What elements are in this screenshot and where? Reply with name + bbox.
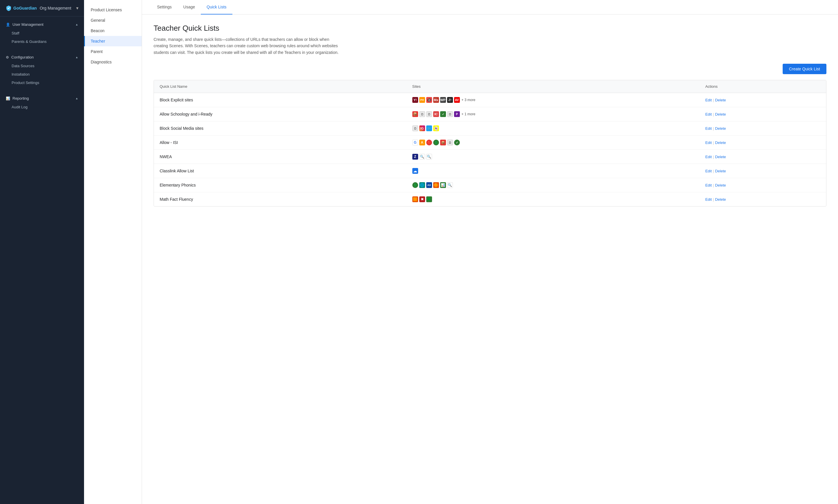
site-icon: 📦 [412,111,418,117]
action-separator: | [713,197,714,202]
section-configuration-collapse: ▲ [75,56,78,59]
site-icon: ✓ [440,111,446,117]
site-icon: AV [454,97,460,103]
sidebar-item-data-sources[interactable]: Data Sources [0,62,84,70]
site-icon: Z [412,154,418,160]
list-actions: Edit | Delete [699,107,826,121]
action-separator: | [713,169,714,173]
delete-link[interactable]: Delete [715,183,726,187]
sidebar-item-staff[interactable]: Staff [0,29,84,37]
site-icon: A [419,140,425,145]
delete-link[interactable]: Delete [715,126,726,131]
site-icon: 🌐 [419,182,425,188]
table-row: Block Explicit sites Y! PH 🔞 Mx WP Z! AV… [154,93,826,107]
section-user-management-header[interactable]: 👤 User Management ▲ [0,20,84,29]
create-quick-list-button[interactable]: Create Quick List [783,64,826,74]
action-separator: | [713,183,714,187]
sub-nav-item-diagnostics[interactable]: Diagnostics [84,57,142,67]
col-sites: Sites [407,80,699,93]
section-reporting: 📊 Reporting ▲ Audit Log [0,90,84,115]
sidebar-item-installation[interactable]: Installation [0,70,84,78]
list-actions: Edit | Delete [699,150,826,164]
section-reporting-title: Reporting [13,96,29,101]
site-icon: 🌲 [426,196,432,202]
delete-link[interactable]: Delete [715,112,726,116]
edit-link[interactable]: Edit [705,112,712,116]
list-sites: 📦 🗋 🗋 K! ✓ 🗋 P + 1 more [407,107,699,121]
table-row: Block Social Media sites 🗋 IG 🐦 👻 [154,121,826,136]
tab-settings[interactable]: Settings [151,0,178,15]
app-header[interactable]: GoGuardian Org Management ▾ [0,0,84,17]
delete-link[interactable]: Delete [715,197,726,202]
site-icon: P [454,111,460,117]
edit-link[interactable]: Edit [705,183,712,187]
table-row: Classlink Allow List ☁ Edit | Delete [154,164,826,178]
site-icon: ✖ [419,196,425,202]
list-sites: G A 🔴 💲 📦 🗋 ✓ [407,136,699,150]
site-icon: 🔍 [426,154,432,160]
list-actions: Edit | Delete [699,192,826,206]
list-sites: ☁ [407,164,699,178]
more-badge: + 3 more [462,98,476,102]
user-management-icon: 👤 [6,23,10,26]
action-separator: | [713,141,714,145]
sub-nav-item-product-licenses[interactable]: Product Licenses [84,5,142,15]
edit-link[interactable]: Edit [705,141,712,145]
table-header-row: Quick List Name Sites Actions [154,80,826,93]
site-icon: 🗋 [447,111,453,117]
delete-link[interactable]: Delete [715,98,726,102]
action-separator: | [713,155,714,159]
edit-link[interactable]: Edit [705,98,712,102]
site-icon: PH [419,97,425,103]
edit-link[interactable]: Edit [705,126,712,131]
sub-navigation: Product Licenses General Beacon Teacher … [84,0,142,504]
list-name: Block Explicit sites [154,93,407,107]
sidebar-item-parents-guardians[interactable]: Parents & Guardians [0,37,84,46]
table-row: Elementary Phonics 💲 🌐 A3 🟠 📊 🔍 [154,178,826,192]
section-reporting-header[interactable]: 📊 Reporting ▲ [0,94,84,103]
site-icon: Y! [412,97,418,103]
section-user-management-collapse: ▲ [75,23,78,26]
list-actions: Edit | Delete [699,164,826,178]
tabs-bar: Settings Usage Quick Lists [142,0,838,15]
site-icon: Mx [433,97,439,103]
site-icon: 🔍 [419,154,425,160]
delete-link[interactable]: Delete [715,169,726,173]
site-icon: WP [440,97,446,103]
delete-link[interactable]: Delete [715,141,726,145]
edit-link[interactable]: Edit [705,155,712,159]
sub-nav-item-parent[interactable]: Parent [84,46,142,57]
table-row: Allow Schoology and i-Ready 📦 🗋 🗋 K! ✓ 🗋… [154,107,826,121]
site-icon: 🐦 [426,125,432,131]
list-actions: Edit | Delete [699,121,826,136]
sidebar-item-product-settings[interactable]: Product Settings [0,78,84,87]
sidebar-item-audit-log[interactable]: Audit Log [0,103,84,111]
section-configuration-header[interactable]: ⚙ Configuration ▲ [0,53,84,62]
sub-nav-item-general[interactable]: General [84,15,142,25]
tab-quick-lists[interactable]: Quick Lists [201,0,232,15]
site-icon: 👻 [433,125,439,131]
delete-link[interactable]: Delete [715,155,726,159]
site-icon: 📦 [440,140,446,145]
edit-link[interactable]: Edit [705,169,712,173]
list-actions: Edit | Delete [699,136,826,150]
sub-nav-item-beacon[interactable]: Beacon [84,25,142,36]
tab-usage[interactable]: Usage [178,0,201,15]
list-name: Allow - ISI [154,136,407,150]
list-name: Block Social Media sites [154,121,407,136]
action-separator: | [713,112,714,116]
section-user-management: 👤 User Management ▲ Staff Parents & Guar… [0,17,84,49]
more-badge: + 1 more [462,112,476,116]
quick-lists-table: Quick List Name Sites Actions Block Expl… [154,80,826,206]
sub-nav-item-teacher[interactable]: Teacher [84,36,142,46]
table-row: Allow - ISI G A 🔴 💲 📦 🗋 ✓ [154,136,826,150]
toolbar-row: Create Quick List [154,64,826,74]
site-icon: 🗋 [419,111,425,117]
page-description: Create, manage, and share quick lists—co… [154,36,339,56]
site-icon: G [412,140,418,145]
edit-link[interactable]: Edit [705,197,712,202]
list-name: Allow Schoology and i-Ready [154,107,407,121]
app-logo: GoGuardian Org Management [6,5,71,11]
site-icon: 🗋 [426,111,432,117]
content-area: Teacher Quick Lists Create, manage, and … [142,15,838,504]
